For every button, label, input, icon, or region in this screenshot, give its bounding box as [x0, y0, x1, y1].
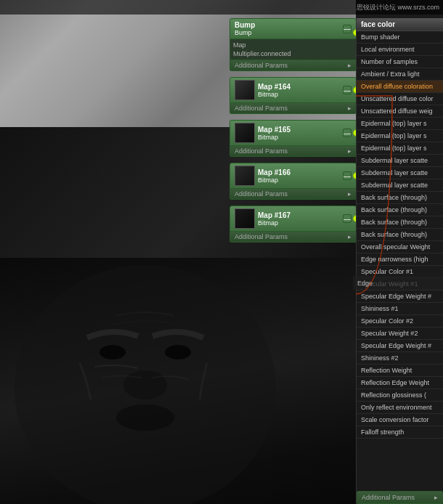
node-map167-title: Map #167 Bitmap [258, 211, 340, 227]
prop-item-22[interactable]: Shininess #1 [357, 303, 443, 315]
prop-item-4[interactable]: Overall diffuse coloration [357, 81, 443, 93]
props-additional-params-btn[interactable]: Additional Params ▸ [357, 491, 443, 504]
prop-item-3[interactable]: Ambient / Extra light [357, 68, 443, 81]
prop-item-7[interactable]: Epidermal (top) layer s [357, 118, 443, 130]
prop-item-1[interactable]: Local environment [357, 44, 443, 56]
node-bump: Bump Bump — Map Multiplier.connected Add… [229, 18, 357, 71]
prop-item-26[interactable]: Shininess #2 [357, 352, 443, 365]
node-map164: Map #164 Bitmap — Additional Params ▸ [229, 77, 357, 114]
node-bump-collapse[interactable]: — [343, 25, 351, 33]
node-map167: Map #167 Bitmap — Additional Params ▸ [229, 206, 357, 243]
node-map166-header[interactable]: Map #166 Bitmap — [229, 163, 357, 189]
prop-item-18[interactable]: Edge narrowness (high [357, 253, 443, 266]
prop-item-14[interactable]: Back surface (through) [357, 204, 443, 216]
prop-item-31[interactable]: Scale conversion factor [357, 414, 443, 426]
node-map167-thumb [235, 208, 255, 229]
node-map164-thumb [235, 80, 255, 100]
prop-item-5[interactable]: Unscattered diffuse color [357, 93, 443, 105]
node-map165: Map #165 Bitmap — Additional Params ▸ [229, 120, 357, 157]
prop-item-23[interactable]: Specular Color #2 [357, 315, 443, 328]
node-map164-header[interactable]: Map #164 Bitmap — [229, 77, 357, 103]
prop-item-2[interactable]: Number of samples [357, 56, 443, 68]
props-panel-title: face color [357, 18, 443, 31]
node-map166: Map #166 Bitmap — Additional Params ▸ [229, 163, 357, 200]
node-bump-title: Bump Bump [235, 21, 340, 36]
node-map165-header[interactable]: Map #165 Bitmap — [229, 120, 357, 146]
node-map167-collapse[interactable]: — [343, 214, 351, 223]
bg-bottom-section [0, 258, 356, 504]
node-map164-params[interactable]: Additional Params ▸ [229, 103, 357, 114]
node-map166-collapse[interactable]: — [343, 171, 351, 180]
prop-item-30[interactable]: Only reflect environment [357, 402, 443, 414]
node-map167-header[interactable]: Map #167 Bitmap — [229, 206, 357, 232]
prop-item-8[interactable]: Epidermal (top) layer s [357, 130, 443, 142]
edge-label: Edge [353, 276, 443, 290]
node-map165-thumb [235, 123, 255, 143]
node-bump-body: Map Multiplier.connected [229, 39, 357, 60]
prop-item-28[interactable]: Reflection Edge Weight [357, 377, 443, 389]
props-panel: face color Bump shaderLocal environmentN… [356, 18, 443, 504]
prop-item-24[interactable]: Specular Weight #2 [357, 328, 443, 340]
node-map166-title: Map #166 Bitmap [258, 168, 340, 184]
prop-item-6[interactable]: Unscattered diffuse weig [357, 105, 443, 118]
node-map166-thumb [235, 166, 255, 186]
node-panel: Bump Bump — Map Multiplier.connected Add… [229, 18, 357, 245]
prop-item-16[interactable]: Back surface (through) [357, 229, 443, 241]
watermark-text: 思锐设计论坛 www.srzs.com [357, 3, 439, 12]
prop-item-32[interactable]: Falloff strength [357, 426, 443, 439]
node-map165-title: Map #165 Bitmap [258, 126, 340, 141]
prop-item-11[interactable]: Subdermal layer scatte [357, 167, 443, 179]
prop-item-12[interactable]: Subdermal layer scatte [357, 179, 443, 192]
node-bump-row-mult: Multiplier.connected [233, 49, 353, 58]
prop-item-0[interactable]: Bump shader [357, 31, 443, 44]
node-map165-collapse[interactable]: — [343, 129, 351, 137]
props-list: Bump shaderLocal environmentNumber of sa… [357, 31, 443, 439]
prop-item-25[interactable]: Specular Edge Weight # [357, 340, 443, 352]
prop-item-9[interactable]: Epidermal (top) layer s [357, 142, 443, 155]
prop-item-15[interactable]: Back surface (through) [357, 216, 443, 229]
node-bump-params[interactable]: Additional Params ▸ [229, 60, 357, 71]
prop-item-13[interactable]: Back surface (through) [357, 192, 443, 204]
node-map167-params[interactable]: Additional Params ▸ [229, 232, 357, 243]
node-map165-params[interactable]: Additional Params ▸ [229, 146, 357, 157]
watermark-bar: 思锐设计论坛 www.srzs.com [0, 0, 443, 15]
prop-item-10[interactable]: Subdermal layer scatte [357, 155, 443, 167]
node-map164-title: Map #164 Bitmap [258, 83, 340, 98]
prop-item-27[interactable]: Reflection Weight [357, 365, 443, 377]
prop-item-17[interactable]: Overall specular Weight [357, 241, 443, 253]
node-map166-params[interactable]: Additional Params ▸ [229, 189, 357, 200]
prop-item-29[interactable]: Reflection glossiness ( [357, 389, 443, 402]
node-bump-header[interactable]: Bump Bump — [229, 18, 357, 39]
node-bump-row-map: Map [233, 41, 353, 49]
prop-item-21[interactable]: Specular Edge Weight # [357, 290, 443, 303]
node-map164-collapse[interactable]: — [343, 86, 351, 94]
